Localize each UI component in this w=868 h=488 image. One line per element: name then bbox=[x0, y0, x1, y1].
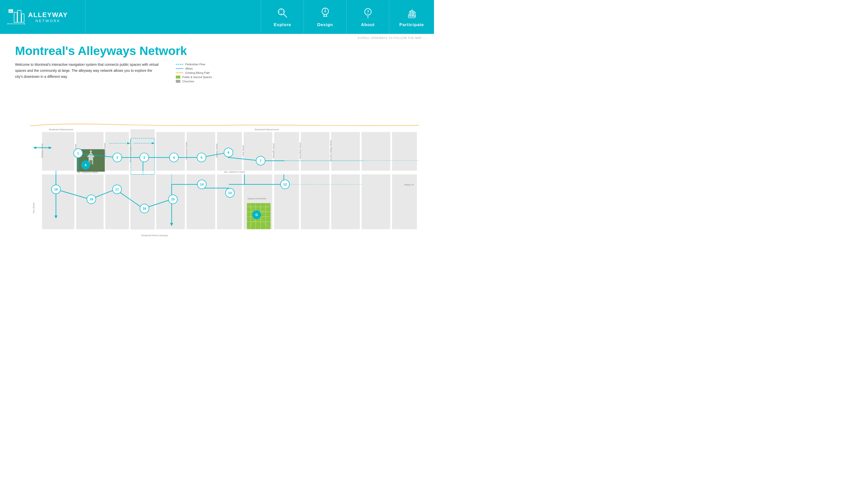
node-14-label: 14 bbox=[200, 183, 204, 186]
svg-rect-26 bbox=[414, 12, 415, 16]
label-stanley: Stanley Street bbox=[216, 143, 218, 158]
svg-rect-31 bbox=[131, 130, 154, 171]
svg-rect-36 bbox=[274, 132, 299, 171]
map-container[interactable]: Boulevard Maisonneuve Boulevard Maisonne… bbox=[15, 90, 419, 241]
participate-icon bbox=[405, 7, 418, 21]
legend-pedestrian-label: Pedestrian Flow bbox=[185, 63, 205, 66]
svg-rect-52 bbox=[362, 174, 390, 229]
scroll-hint: SCROLL SIDEWAYS TO FOLLOW THE MAP ...... bbox=[358, 36, 429, 39]
node-g-label: G bbox=[255, 213, 258, 217]
svg-rect-33 bbox=[187, 132, 215, 171]
legend-church-label: Churches bbox=[182, 80, 194, 83]
legend-church: Churches bbox=[176, 80, 212, 83]
svg-rect-4 bbox=[22, 14, 24, 22]
map-legend: Pedestrian Flow Alleys Existing Biking P… bbox=[176, 63, 212, 83]
svg-rect-25 bbox=[412, 11, 414, 16]
legend-church-box bbox=[176, 80, 180, 83]
node-16-label: 16 bbox=[143, 206, 146, 210]
explore-label: Explore bbox=[274, 22, 291, 27]
svg-rect-39 bbox=[362, 132, 390, 171]
svg-rect-24 bbox=[411, 10, 412, 16]
label-drummond: Drummond Street bbox=[185, 142, 188, 160]
site-header: MTL ALLEYWAY NETWORK bbox=[0, 0, 434, 34]
legend-public-box bbox=[176, 75, 180, 78]
label-blvd-maisonneuve: Boulevard Maisonneuve bbox=[49, 128, 73, 131]
svg-rect-30 bbox=[105, 132, 129, 171]
svg-rect-28 bbox=[42, 132, 74, 171]
nav-explore[interactable]: Explore bbox=[261, 0, 304, 34]
node-7-label: 7 bbox=[260, 159, 261, 163]
label-ste-catherine: Ste. Catherine Street bbox=[77, 171, 98, 174]
node-19-label: 19 bbox=[54, 188, 58, 191]
svg-marker-72 bbox=[33, 147, 36, 149]
design-label: Design bbox=[317, 22, 333, 27]
logo-sub: NETWORK bbox=[28, 19, 68, 23]
legend-public-label: Public & Sacred Spaces bbox=[182, 75, 212, 78]
label-mcgill-college: McGill College Street bbox=[330, 140, 332, 161]
node-4-label: 4 bbox=[173, 156, 175, 159]
svg-rect-47 bbox=[217, 174, 242, 229]
intro-text: Welcome to Montreal's interactive naviga… bbox=[15, 62, 161, 79]
svg-rect-41 bbox=[42, 174, 74, 229]
label-palace: Palace St bbox=[404, 184, 414, 186]
svg-rect-44 bbox=[131, 174, 154, 229]
svg-marker-6 bbox=[7, 23, 8, 25]
svg-rect-3 bbox=[18, 10, 21, 22]
legend-biking: Existing Biking Path bbox=[176, 71, 212, 74]
node-3-label: 3 bbox=[144, 156, 145, 159]
logo-area: MTL ALLEYWAY NETWORK bbox=[0, 0, 85, 34]
legend-biking-line bbox=[176, 72, 183, 73]
node-12-label: 12 bbox=[283, 183, 287, 186]
node-2-label: 2 bbox=[116, 156, 118, 159]
legend-public: Public & Sacred Spaces bbox=[176, 75, 212, 78]
logo-brand: ALLEYWAY bbox=[28, 11, 68, 19]
node-5-label: 5 bbox=[201, 156, 203, 159]
svg-point-18 bbox=[324, 10, 326, 12]
legend-alley-label: Alleys bbox=[185, 67, 193, 70]
svg-text:MTL: MTL bbox=[9, 10, 12, 12]
legend-biking-label: Existing Biking Path bbox=[185, 71, 210, 74]
legend-pedestrian-line bbox=[176, 64, 183, 65]
map-svg: Boulevard Maisonneuve Boulevard Maisonne… bbox=[15, 90, 419, 241]
legend-pedestrian: Pedestrian Flow bbox=[176, 63, 212, 66]
about-label: About bbox=[361, 22, 375, 27]
svg-rect-2 bbox=[14, 12, 17, 22]
node-a-label: A bbox=[84, 163, 87, 167]
svg-rect-37 bbox=[301, 132, 330, 171]
node-6-label: 6 bbox=[227, 151, 229, 154]
label-peel: Peel Street bbox=[242, 145, 244, 156]
intro-row: Welcome to Montreal's interactive naviga… bbox=[15, 62, 419, 83]
nav-design[interactable]: Design bbox=[304, 0, 346, 34]
about-icon: ? bbox=[362, 7, 374, 21]
node-1-label: 1 bbox=[78, 151, 79, 155]
logo-icon: MTL bbox=[7, 7, 25, 27]
svg-rect-40 bbox=[392, 132, 417, 171]
legend-alley: Alleys bbox=[176, 67, 212, 70]
label-ste-catherine2: Ste. Catherine Street bbox=[224, 171, 245, 173]
logo-text: ALLEYWAY NETWORK bbox=[28, 11, 68, 23]
main-content: Montreal's Alleyways Network Welcome to … bbox=[0, 34, 434, 246]
label-mansfield: Mansfield Street bbox=[299, 142, 302, 159]
participate-label: Participate bbox=[399, 22, 424, 27]
svg-rect-38 bbox=[331, 132, 360, 171]
main-nav: Explore Design ? bbox=[85, 0, 434, 34]
label-de-la-montagne: De La Montagne Street bbox=[129, 139, 132, 162]
nav-about[interactable]: ? About bbox=[346, 0, 389, 34]
label-mackay: Mackay Street bbox=[41, 143, 43, 158]
svg-point-27 bbox=[412, 9, 413, 10]
node-18-label: 18 bbox=[90, 198, 93, 201]
label-blvd-maisonneuve2: Boulevard Maisonneuve bbox=[255, 128, 279, 131]
svg-marker-7 bbox=[25, 23, 25, 25]
svg-rect-23 bbox=[409, 11, 411, 16]
label-rene-levesque: Boulevard René-Lévesque bbox=[142, 234, 168, 237]
explore-icon bbox=[276, 7, 289, 21]
legend-alley-line bbox=[176, 68, 183, 69]
svg-rect-53 bbox=[392, 174, 417, 229]
nav-participate[interactable]: Participate bbox=[389, 0, 434, 34]
svg-rect-51 bbox=[331, 174, 360, 229]
label-metcalfe: Metcalfe Street bbox=[272, 143, 275, 158]
svg-line-9 bbox=[284, 14, 287, 17]
svg-text:?: ? bbox=[367, 9, 369, 14]
node-17-label: 17 bbox=[115, 188, 119, 191]
svg-rect-43 bbox=[105, 174, 129, 229]
